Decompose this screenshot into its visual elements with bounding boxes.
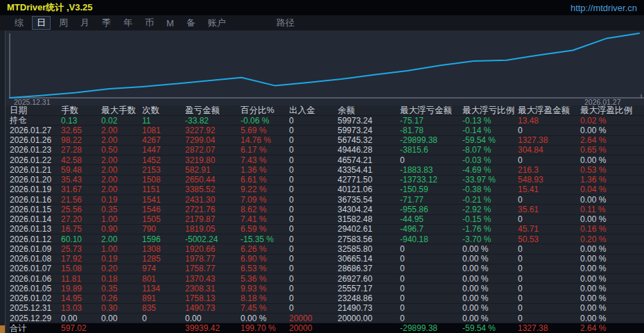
cell: 34304.24 [338,205,400,214]
table-row-2026.01.16[interactable]: 2026.01.1621.560.1915412431.307.09 %0367… [10,195,644,205]
cell: -4.69 % [462,165,518,175]
cell: 0.19 [101,195,142,205]
cell: 0 [400,303,462,313]
table-row-2026.01.06[interactable]: 2026.01.0611.810.188011370.435.36 %02692… [10,274,644,284]
menu-item-季[interactable]: 季 [96,16,117,30]
left-scrollbar-track[interactable] [0,31,6,333]
cell: 15.41 [518,185,580,194]
cell: 7.41 % [241,214,289,224]
cell: 0 [400,274,462,284]
table-row-2026.01.22[interactable]: 2026.01.2242.582.0014523219.807.43 %0465… [10,155,644,165]
cell: 0.00 % [580,244,644,254]
cell: -75.17 [400,116,462,126]
menu-item-备[interactable]: 备 [180,16,202,30]
cell: 1978.77 [185,254,241,264]
cell: 7.09 % [241,195,289,205]
table-row-2026.01.13[interactable]: 2026.01.1316.750.907901819.056.59 %02940… [10,225,644,234]
column-header-3: 次数 [142,105,185,117]
cell: 0.53 % [580,165,644,175]
table-row-2025.12.29[interactable]: 2025.12.290.000.0000.000.00 %2000020000.… [10,314,644,323]
cell: 0.00 % [580,264,644,273]
cell: 2026.01.06 [10,274,61,284]
cell: 0 [400,254,462,264]
cell: 2026.01.07 [10,264,61,273]
menu-item-月[interactable]: 月 [74,16,96,30]
cell: 40121.06 [338,185,400,194]
cell: 1308 [142,244,185,254]
cell: 2026.01.16 [10,195,61,205]
cell: 0 [400,293,462,303]
cell: 0 [289,264,338,273]
cell: 0.04 % [580,185,644,194]
cell: 2872.07 [185,145,241,155]
menu-item-年[interactable]: 年 [117,16,139,30]
table-row-2026.01.23[interactable]: 2026.01.2327.280.5014472872.076.17 %0494… [10,146,644,155]
table-row-2026.01.27[interactable]: 2026.01.2732.652.0010813227.925.69 %0599… [10,126,644,135]
cell: 0 [518,155,580,165]
cell: 2153 [142,165,185,175]
cell: 0 [289,175,338,185]
scrollbar-thumb[interactable] [0,325,5,333]
menu-item-日[interactable]: 日 [32,16,51,30]
table-row-2026.01.12[interactable]: 2026.01.1260.102.001596-5002.24-15.35 %0… [10,234,644,244]
cell: 1.00 [101,214,142,224]
cell: -0.03 % [462,155,518,165]
table-row-2026.01.02[interactable]: 2026.01.0214.950.268911758.138.18 %02324… [10,294,644,304]
cell: 0 [400,264,462,273]
cell: 0 [518,195,580,205]
cell: 2179.87 [185,214,241,224]
cell: 11 [142,116,185,126]
cell: 891 [142,293,185,303]
cell: 0 [289,244,338,254]
cell: 0.00 % [580,126,644,135]
chart-canvas [0,31,644,105]
cell: 1447 [142,145,185,155]
table-row-2026.01.05[interactable]: 2026.01.0519.890.3511342308.319.93 %0255… [10,284,644,293]
site-url-link[interactable]: http://mtdriver.cn [571,3,637,13]
cell: 0 [289,303,338,313]
table-row-2026.01.19[interactable]: 2026.01.1931.672.0011513385.529.22 %0401… [10,185,644,195]
cell: 21.56 [61,195,101,205]
cell: 13.03 [61,303,101,313]
table-row-2026.01.08[interactable]: 2026.01.0817.920.1912851978.776.90 %0306… [10,255,644,264]
cell: 1452 [142,155,185,165]
cell: 0.50 [101,145,142,155]
table-row-2026.01.09[interactable]: 2026.01.0925.731.0013081920.666.26 %0325… [10,244,644,254]
cell: 0 [518,284,580,293]
cell: 0 [289,224,338,234]
cell: 0.00 % [580,314,644,323]
table-row-2026.01.14[interactable]: 2026.01.1427.201.0015052179.877.41 %0315… [10,215,644,225]
cell: 50.53 [518,234,580,244]
cell: 14.76 % [241,135,289,145]
table-row-2026.01.26[interactable]: 2026.01.2698.222.0042677299.0414.76 %056… [10,136,644,146]
cell: 0 [142,314,185,323]
cell: 35.43 [61,175,101,185]
menu-item-综[interactable]: 综 [8,16,30,30]
table-row-合计[interactable]: 合计597.0239939.42199.70 %20000-29899.38-5… [10,323,644,333]
cell: 17.92 [61,254,101,264]
menu-item-M[interactable]: M [160,17,180,29]
cell: -955.86 [400,205,462,214]
cell: 304.84 [518,145,580,155]
cell: 15.08 [61,264,101,273]
menu-item-路径[interactable]: 路径 [270,16,301,30]
table-row-2026.01.07[interactable]: 2026.01.0715.080.209741758.776.53 %02868… [10,264,644,274]
table-row-2026.01.15[interactable]: 2026.01.1525.560.3515462721.768.62 %0343… [10,205,644,214]
cell: 0.00 [185,314,241,323]
cell: 1134 [142,284,185,293]
table-row-2025.12.31[interactable]: 2025.12.3113.030.308351490.737.45 %02149… [10,304,644,314]
cell: 0.00 % [462,254,518,264]
cell: 0.00 % [580,303,644,313]
menu-item-币[interactable]: 币 [139,16,160,30]
menu-item-周[interactable]: 周 [53,16,74,30]
cell: 0.00 % [580,274,644,284]
table-row-2026.01.21[interactable]: 2026.01.2159.482.002153582.911.36 %04335… [10,165,644,175]
table-row-持仓[interactable]: 持仓0.130.0211-33.82-0.06 %059973.24-75.17… [10,116,644,126]
cell: 2.00 [101,165,142,175]
cell: -3.70 % [462,234,518,244]
menu-item-账户[interactable]: 账户 [202,16,232,30]
cell: 9.22 % [241,185,289,194]
cell: 2026.01.12 [10,234,61,244]
column-header-10: 最大浮盈金额 [518,105,580,117]
table-row-2026.01.20[interactable]: 2026.01.2035.432.0015082650.446.61 %0427… [10,176,644,185]
